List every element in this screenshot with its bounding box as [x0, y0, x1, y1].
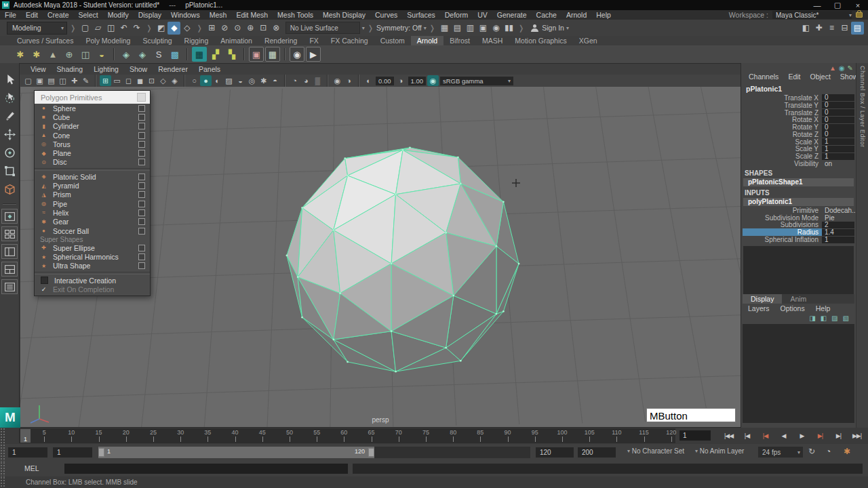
pause-viewport-icon[interactable]: ▮▮ [502, 22, 515, 35]
skydome-light-icon[interactable]: ✱ [29, 47, 44, 62]
menu-item-exit-on-completion[interactable]: ✓Exit On Completion [35, 285, 150, 293]
live-surface-button[interactable]: No Live Surface [285, 22, 360, 34]
arnold-renderview-icon[interactable]: ◉ [290, 47, 304, 62]
channel-row-rotate-z[interactable]: Rotate Z0 [743, 131, 854, 138]
shelf-tab-sculpting[interactable]: Sculpting [136, 36, 178, 45]
shelf-tab-xgen[interactable]: XGen [573, 36, 604, 45]
channel-box-menu-edit[interactable]: Edit [783, 73, 805, 81]
xray-icon[interactable]: ◑ [343, 75, 355, 86]
tx-delete-icon[interactable]: ▚ [224, 47, 239, 62]
shelf-tab-rigging[interactable]: Rigging [178, 36, 215, 45]
mel-label[interactable]: MEL [24, 464, 39, 472]
channel-value[interactable]: 2 [822, 222, 854, 228]
lock-camera-icon[interactable]: ▢ [22, 75, 34, 86]
auto-keyframe-icon[interactable]: ✱ [844, 447, 850, 456]
color-management-icon[interactable]: ◉ [427, 75, 439, 86]
undo-icon[interactable]: ↶ [117, 22, 130, 35]
select-component-icon[interactable]: ◇ [180, 22, 193, 35]
menu-item-platonic-solid[interactable]: ◈Platonic Solid [35, 172, 150, 181]
step-back-frame-button[interactable]: |◀ [738, 429, 756, 442]
channel-box-menu-channels[interactable]: Channels [744, 73, 783, 81]
option-box[interactable] [138, 159, 145, 165]
channel-value[interactable]: 1 [822, 146, 854, 152]
textured-icon[interactable]: ▨ [223, 75, 235, 86]
menu-generate[interactable]: Generate [492, 10, 532, 20]
grid-icon[interactable]: ⊞ [100, 75, 111, 86]
channel-value[interactable]: Dodecah... [822, 207, 854, 214]
menu-mesh-tools[interactable]: Mesh Tools [273, 10, 318, 20]
shelf-tab-custom[interactable]: Custom [374, 36, 411, 45]
channel-value[interactable]: 0 [822, 124, 854, 131]
gate-mask-icon[interactable]: ◼ [134, 75, 146, 86]
option-box[interactable] [138, 174, 145, 180]
menu-cache[interactable]: Cache [532, 10, 561, 20]
tool-settings-icon[interactable]: ⊟ [838, 22, 851, 35]
channel-value[interactable]: 0 [822, 102, 854, 108]
paint-select-tool-icon[interactable] [1, 108, 18, 124]
rotate-tool-icon[interactable] [1, 144, 18, 161]
menu-edit[interactable]: Edit [21, 10, 43, 20]
channel-row-translate-y[interactable]: Translate Y0 [743, 102, 854, 109]
standin-icon[interactable]: ◈ [119, 47, 134, 62]
safe-title-icon[interactable]: ◈ [169, 75, 180, 86]
bounding-box-icon[interactable]: ◐ [212, 75, 223, 86]
shelf-tab-curves-surfaces[interactable]: Curves / Surfaces [11, 36, 79, 45]
channel-manipulator-icon[interactable]: ▲ [829, 64, 836, 72]
menu-set-select[interactable]: Modeling▾ [7, 22, 67, 35]
channel-box-menu-object[interactable]: Object [805, 73, 835, 81]
option-box[interactable] [138, 123, 145, 129]
exposure-icon[interactable]: ◐ [363, 75, 374, 86]
snap-point-icon[interactable]: ⊙ [231, 22, 244, 35]
option-box[interactable] [138, 132, 145, 139]
shelf-tab-fx-caching[interactable]: FX Caching [325, 36, 374, 45]
sign-in-button[interactable]: Sign In ▾ [531, 24, 569, 32]
menu-create[interactable]: Create [43, 10, 74, 20]
shelf-tab-bifrost[interactable]: Bifrost [443, 36, 476, 45]
menu-item-pyramid[interactable]: ◭Pyramid [35, 181, 150, 190]
film-gate-icon[interactable]: ▭ [111, 75, 123, 86]
option-box[interactable] [138, 201, 145, 207]
chevron-down-icon[interactable]: ▾ [362, 25, 365, 31]
render-settings-icon[interactable]: ▣ [477, 22, 490, 35]
time-slider-track[interactable]: 1 51015202530354045505560657075808590951… [19, 428, 675, 443]
menu-item-plane[interactable]: ◆Plane [35, 148, 150, 157]
viewport-menu-panels[interactable]: Panels [193, 65, 226, 73]
range-slider-track[interactable]: 1 120 [98, 447, 530, 458]
mel-input[interactable] [64, 464, 348, 474]
screen-space-ao-icon[interactable]: ◔ [289, 75, 300, 86]
tx-manager-icon[interactable]: ▦ [192, 47, 207, 62]
wireframe-on-shaded-icon[interactable]: ◎ [246, 75, 258, 86]
channel-row-scale-z[interactable]: Scale Z1 [743, 152, 854, 160]
menu-file[interactable]: File [0, 10, 21, 20]
menu-uv[interactable]: UV [473, 10, 492, 20]
shelf-tab-arnold[interactable]: Arnold [411, 36, 443, 45]
go-to-start-button[interactable]: |◀◀ [719, 429, 738, 442]
range-end-handle[interactable] [368, 448, 374, 457]
modeling-toolkit-icon[interactable]: ◧ [800, 22, 812, 35]
attribute-editor-icon[interactable]: ≡ [825, 22, 838, 35]
anim-preferences-icon[interactable]: ◔ [826, 447, 831, 456]
option-box[interactable] [138, 182, 145, 189]
menu-item-pipe[interactable]: ◍Pipe [35, 199, 150, 208]
area-light-icon[interactable]: ✱ [13, 47, 28, 62]
go-to-end-button[interactable]: ▶▶| [848, 429, 866, 442]
layer-menu-options[interactable]: Options [775, 304, 810, 313]
checkbox[interactable] [41, 277, 48, 284]
popup-menu-title[interactable]: Polygon Primitives [35, 91, 150, 104]
option-box[interactable] [138, 114, 145, 121]
viewport-menu-show[interactable]: Show [124, 65, 153, 73]
safe-action-icon[interactable]: ◇ [157, 75, 169, 86]
menu-item-soccer-ball[interactable]: ●Soccer Ball [35, 226, 150, 235]
motion-blur-icon[interactable]: ◕ [300, 75, 312, 86]
channel-row-scale-x[interactable]: Scale X1 [743, 138, 854, 146]
layer-down-icon[interactable]: ◧ [821, 314, 827, 322]
channel-row-translate-z[interactable]: Translate Z0 [743, 109, 854, 117]
option-box[interactable] [138, 262, 145, 269]
redo-icon[interactable]: ↷ [130, 22, 143, 35]
render-sequence-icon[interactable]: ▶ [306, 47, 321, 62]
curve-collector-icon[interactable]: S [151, 47, 166, 62]
shelf-tab-mash[interactable]: MASH [476, 36, 509, 45]
menu-modify[interactable]: Modify [103, 10, 134, 20]
menu-arnold[interactable]: Arnold [561, 10, 591, 20]
menu-item-super-ellipse[interactable]: ✚Super Ellipse [35, 243, 150, 252]
